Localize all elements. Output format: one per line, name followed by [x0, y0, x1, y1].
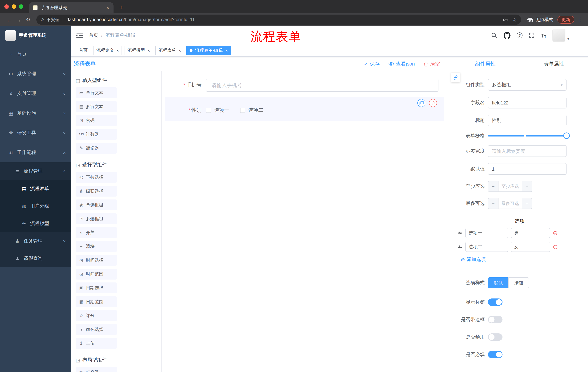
palette-item-date-picker[interactable]: ▣日期选择	[76, 282, 117, 293]
decrease-button[interactable]: −	[488, 181, 498, 191]
max-select-value[interactable]: 最多可选	[498, 198, 522, 209]
palette-item-password[interactable]: ⊡密码	[76, 115, 117, 126]
back-button[interactable]: ←	[4, 15, 14, 24]
tab-component-props[interactable]: 组件属性	[451, 57, 520, 71]
drag-handle-icon[interactable]	[457, 244, 463, 249]
default-value-input[interactable]	[488, 163, 567, 175]
bookmark-star-icon[interactable]: ☆	[512, 17, 517, 22]
browser-tab[interactable]: 芋道管理系统 ×	[29, 2, 114, 13]
sidebar-item-process-management[interactable]: ≡ 流程管理 ∧	[0, 162, 71, 180]
checkbox-box[interactable]	[206, 108, 211, 113]
tag-close-icon[interactable]: ×	[116, 48, 119, 53]
sidebar-item-infrastructure[interactable]: ▦ 基础设施 ∨	[0, 103, 71, 123]
component-type-select[interactable]: 多选框组 ▾	[488, 79, 567, 91]
reload-button[interactable]: ↻	[23, 15, 33, 24]
disabled-switch[interactable]	[488, 333, 503, 341]
palette-item-date-range[interactable]: ▩日期范围	[76, 296, 117, 307]
option-label-input[interactable]	[465, 242, 508, 252]
sidebar-item-leave-query[interactable]: ♟ 请假查询	[0, 250, 71, 267]
app-logo[interactable]: 芋道管理系统	[0, 26, 71, 44]
tag-process-form-edit[interactable]: 流程表单-编辑 ×	[187, 46, 231, 55]
sidebar-item-payment[interactable]: ¥ 支付管理 ∨	[0, 84, 71, 103]
browser-menu-icon[interactable]: ⋮	[576, 16, 584, 23]
palette-item-cascader[interactable]: ⋔级联选择	[76, 186, 117, 197]
tag-close-icon[interactable]: ×	[147, 48, 150, 53]
remove-option-icon[interactable]: ⊖	[553, 230, 558, 236]
slider-handle[interactable]	[563, 132, 570, 139]
tab-form-props[interactable]: 表单属性	[520, 57, 588, 71]
palette-item-select[interactable]: ◎下拉选择	[76, 172, 117, 183]
required-switch[interactable]	[488, 351, 503, 358]
sidebar-item-home[interactable]: ⌂ 首页	[0, 44, 71, 64]
palette-item-upload[interactable]: ↥上传	[76, 338, 117, 349]
breadcrumb-home[interactable]: 首页	[89, 32, 98, 39]
field-name-input[interactable]	[488, 97, 567, 108]
help-icon[interactable]: ?	[517, 32, 523, 38]
option-label-input[interactable]	[465, 228, 508, 238]
tag-close-icon[interactable]: ×	[179, 48, 181, 53]
canvas-field-phone[interactable]: *手机号	[165, 79, 439, 92]
window-minimize-button[interactable]	[12, 4, 16, 9]
forward-button[interactable]: →	[14, 15, 23, 24]
window-zoom-button[interactable]	[19, 4, 23, 9]
new-tab-button[interactable]: +	[116, 2, 126, 12]
checkbox-box[interactable]	[240, 108, 245, 113]
sidebar-item-workflow[interactable]: ≋ 工作流程 ∧	[0, 143, 71, 162]
border-switch[interactable]	[488, 316, 503, 323]
sidebar-item-process-model[interactable]: ✈ 流程模型	[0, 215, 71, 232]
form-canvas[interactable]: *手机号	[162, 71, 451, 372]
label-width-input[interactable]	[488, 145, 567, 157]
decrease-button[interactable]: −	[488, 198, 498, 209]
palette-item-checkbox-group[interactable]: ☑多选框组	[76, 213, 117, 224]
font-size-icon[interactable]: TT	[541, 32, 546, 38]
clear-button[interactable]: 清空	[423, 61, 440, 67]
title-input[interactable]	[488, 115, 567, 126]
tag-process-model[interactable]: 流程模型 ×	[124, 46, 153, 55]
remove-option-icon[interactable]: ⊖	[553, 244, 558, 250]
canvas-field-gender-selected[interactable]: *性别 选项一 选项二	[165, 97, 444, 121]
password-key-icon[interactable]	[503, 18, 508, 21]
palette-item-rate[interactable]: ☆评分	[76, 310, 117, 321]
window-close-button[interactable]	[4, 4, 9, 9]
palette-item-time-range[interactable]: ◶时间范围	[76, 269, 117, 279]
palette-item-time-picker[interactable]: ◷时间选择	[76, 255, 117, 266]
hamburger-icon[interactable]	[76, 32, 84, 39]
gender-option2-checkbox[interactable]: 选项二	[240, 107, 263, 114]
delete-field-button[interactable]	[429, 99, 437, 107]
palette-item-single-text[interactable]: ▭单行文本	[76, 87, 117, 98]
tab-close-icon[interactable]: ×	[105, 5, 111, 11]
github-icon[interactable]	[504, 32, 511, 39]
min-select-value[interactable]: 至少应选	[498, 181, 522, 191]
drag-handle-icon[interactable]	[457, 231, 463, 235]
fullscreen-icon[interactable]	[529, 32, 535, 38]
palette-item-editor[interactable]: ✎编辑器	[76, 143, 117, 154]
style-button-button[interactable]: 按钮	[508, 277, 529, 288]
show-label-switch[interactable]	[488, 298, 503, 306]
sidebar-item-task-management[interactable]: ⋔ 任务管理 ∨	[0, 232, 71, 250]
palette-item-multi-text[interactable]: ▤多行文本	[76, 101, 117, 112]
save-button[interactable]: ✓ 保存	[364, 61, 380, 67]
view-json-button[interactable]: 查看json	[388, 61, 415, 67]
sidebar-item-process-form[interactable]: ▤ 流程表单	[0, 180, 71, 197]
increase-button[interactable]: +	[522, 181, 532, 191]
tag-close-icon[interactable]: ×	[225, 48, 228, 53]
browser-update-button[interactable]: 更新	[557, 16, 574, 24]
user-avatar[interactable]	[553, 29, 566, 42]
palette-item-counter[interactable]: 123计数器	[76, 129, 117, 140]
gender-option1-checkbox[interactable]: 选项一	[206, 107, 229, 114]
tag-home[interactable]: 首页	[76, 46, 91, 55]
copy-field-button[interactable]	[417, 99, 425, 107]
add-option-button[interactable]: ⊕ 添加选项	[461, 256, 588, 263]
phone-input[interactable]	[206, 79, 439, 92]
address-bar[interactable]: ⚠ 不安全 dashboard.yudao.iocoder.cn/bpm/man…	[36, 15, 521, 25]
sidebar-item-system[interactable]: ⚙ 系统管理 ∨	[0, 64, 71, 84]
palette-item-slider[interactable]: ⊸滑块	[76, 241, 117, 252]
option-value-input[interactable]	[511, 242, 550, 252]
style-default-button[interactable]: 默认	[488, 277, 508, 288]
sidebar-item-devtools[interactable]: ⚒ 研发工具 ∨	[0, 123, 71, 143]
palette-item-radio-group[interactable]: ◉单选框组	[76, 200, 117, 210]
increase-button[interactable]: +	[522, 198, 532, 209]
palette-item-switch[interactable]: ◐开关	[76, 227, 117, 238]
sidebar-item-user-group[interactable]: ◍ 用户分组	[0, 197, 71, 215]
palette-item-row-container[interactable]: ▥行容器	[76, 367, 117, 372]
